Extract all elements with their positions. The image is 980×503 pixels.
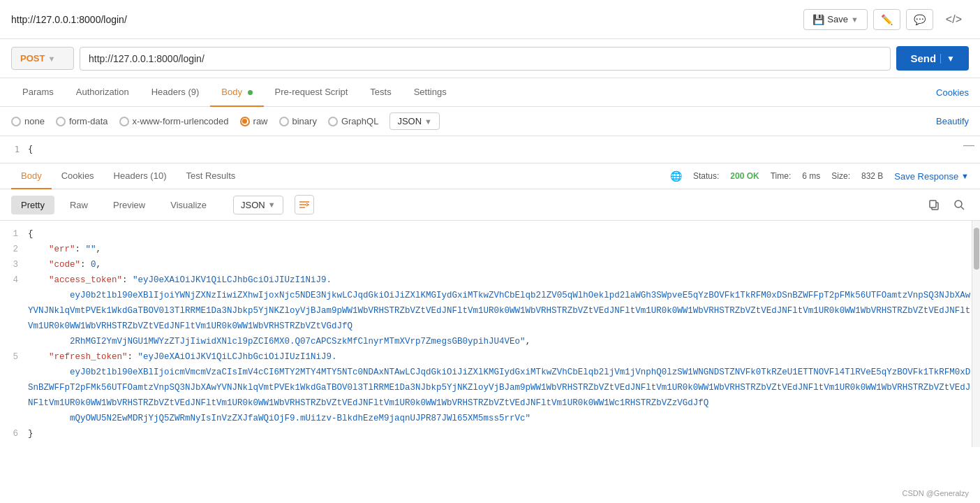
wrap-icon	[299, 200, 310, 210]
scrollbar-thumb[interactable]	[974, 228, 979, 270]
save-chevron-icon: ▼	[851, 15, 859, 24]
line-number-4: 4	[0, 272, 28, 288]
method-chevron-icon: ▼	[47, 54, 55, 63]
json-line-2: 2 "err": "",	[0, 242, 972, 257]
radio-binary	[279, 117, 289, 126]
tab-prerequest[interactable]: Pre-request Script	[264, 78, 359, 107]
line-number-5b	[0, 411, 28, 426]
fmt-preview[interactable]: Preview	[103, 196, 155, 214]
body-option-raw[interactable]: raw	[240, 116, 268, 126]
copy-button[interactable]	[924, 195, 944, 214]
response-json-dropdown[interactable]: JSON ▼	[233, 196, 283, 214]
json-line-1: 1 {	[0, 226, 972, 242]
tab-headers[interactable]: Headers (9)	[140, 78, 211, 107]
json-format-dropdown[interactable]: JSON ▼	[389, 112, 440, 130]
cookies-link[interactable]: Cookies	[936, 87, 969, 98]
json-line-4a: eyJ0b2tlbl90eXBlIjoiYWNjZXNzIiwiZXhwIjox…	[0, 288, 972, 334]
rtab-headers[interactable]: Headers (10)	[104, 163, 177, 189]
radio-formdata	[56, 117, 66, 126]
rtab-test-results[interactable]: Test Results	[176, 163, 245, 189]
time-value: 6 ms	[802, 171, 820, 181]
line-number-3: 3	[0, 257, 28, 272]
tab-tests[interactable]: Tests	[359, 78, 402, 107]
body-options: none form-data x-www-form-urlencoded raw…	[0, 107, 980, 136]
fmt-visualize[interactable]: Visualize	[161, 196, 216, 214]
body-option-binary[interactable]: binary	[279, 116, 317, 126]
tab-body[interactable]: Body	[210, 78, 263, 107]
search-button[interactable]	[949, 195, 969, 214]
beautify-button[interactable]: Beautify	[936, 116, 969, 126]
code-icon: </>	[946, 13, 962, 25]
response-tabs-row: Body Cookies Headers (10) Test Results 🌐…	[0, 163, 980, 189]
editor-line-number: 1	[0, 139, 28, 157]
radio-raw	[240, 117, 250, 126]
line-number-6: 6	[0, 426, 28, 442]
editor-collapse-icon[interactable]: —	[963, 139, 980, 152]
rtab-cookies[interactable]: Cookies	[52, 163, 104, 189]
body-option-graphql[interactable]: GraphQL	[328, 116, 378, 126]
line-number-5a	[0, 365, 28, 411]
response-format-bar: Pretty Raw Preview Visualize JSON ▼	[0, 189, 980, 221]
edit-icon: ✏️	[881, 14, 893, 25]
line-number-4b	[0, 334, 28, 349]
line-number-5: 5	[0, 349, 28, 365]
comment-icon-button[interactable]: 💬	[906, 9, 933, 30]
response-body-container: 1 { 2 "err": "", 3 "code": 0, 4 "access_…	[0, 221, 980, 447]
copy-icon	[928, 199, 940, 210]
tab-settings[interactable]: Settings	[403, 78, 458, 107]
status-label: Status:	[693, 171, 719, 181]
comment-icon: 💬	[914, 14, 926, 25]
request-body-editor[interactable]: 1 { —	[0, 136, 980, 163]
radio-graphql	[328, 117, 338, 126]
url-bar: POST ▼ Send ▼	[0, 39, 980, 78]
header-actions: 💾 Save ▼ ✏️ 💬 </>	[803, 9, 969, 30]
svg-point-5	[955, 201, 962, 207]
save-button[interactable]: 💾 Save ▼	[803, 9, 868, 30]
json-line-6: 6 }	[0, 426, 972, 442]
url-input[interactable]	[80, 47, 891, 71]
header-url: http://127.0.0.1:8000/login/	[11, 14, 127, 25]
edit-icon-button[interactable]: ✏️	[873, 9, 900, 30]
response-status-info: 🌐 Status: 200 OK Time: 6 ms Size: 832 B …	[670, 170, 969, 182]
time-label: Time:	[771, 171, 792, 181]
response-json-output: 1 { 2 "err": "", 3 "code": 0, 4 "access_…	[0, 221, 972, 447]
method-dropdown[interactable]: POST ▼	[11, 47, 74, 70]
json-line-4: 4 "access_token": "eyJ0eXAiOiJKV1QiLCJhb…	[0, 272, 972, 288]
body-option-formdata[interactable]: form-data	[56, 116, 108, 126]
save-response-chevron-icon: ▼	[961, 172, 969, 180]
wrap-lines-button[interactable]	[295, 195, 314, 214]
body-option-urlencoded[interactable]: x-www-form-urlencoded	[119, 116, 229, 126]
radio-none	[11, 117, 21, 126]
fmt-raw[interactable]: Raw	[60, 196, 98, 214]
json-line-4b: 2RhMGI2YmVjNGU1MWYzZTJjIiwidXNlcl9pZCI6M…	[0, 334, 972, 349]
size-value: 832 B	[861, 171, 883, 181]
rjson-chevron-icon: ▼	[268, 201, 276, 209]
response-section: Body Cookies Headers (10) Test Results 🌐…	[0, 163, 980, 189]
editor-content[interactable]: {	[28, 139, 963, 160]
send-chevron-icon: ▼	[940, 54, 955, 64]
line-number-1: 1	[0, 226, 28, 242]
globe-icon[interactable]: 🌐	[670, 170, 682, 182]
request-tabs: Params Authorization Headers (9) Body Pr…	[0, 78, 980, 107]
tab-authorization[interactable]: Authorization	[65, 78, 140, 107]
save-icon: 💾	[812, 14, 824, 25]
vertical-scrollbar[interactable]	[972, 221, 980, 447]
svg-rect-4	[930, 201, 936, 207]
json-chevron-icon: ▼	[424, 117, 432, 126]
fmt-pretty[interactable]: Pretty	[11, 196, 54, 214]
tab-params[interactable]: Params	[11, 78, 65, 107]
header-bar: http://127.0.0.1:8000/login/ 💾 Save ▼ ✏️…	[0, 0, 980, 39]
code-view-button[interactable]: </>	[939, 9, 969, 30]
json-line-5b: mQyOWU5N2EwMDRjYjQ5ZWRmNyIsInVzZXJfaWQiO…	[0, 411, 972, 426]
body-option-none[interactable]: none	[11, 116, 45, 126]
rtab-body[interactable]: Body	[11, 163, 52, 189]
status-code: 200 OK	[730, 171, 759, 181]
json-line-3: 3 "code": 0,	[0, 257, 972, 272]
json-line-5: 5 "refresh_token": "eyJ0eXAiOiJKV1QiLCJh…	[0, 349, 972, 365]
radio-urlencoded	[119, 117, 129, 126]
body-active-dot	[248, 90, 253, 95]
line-number-4a	[0, 288, 28, 334]
save-response-button[interactable]: Save Response ▼	[894, 171, 969, 182]
send-button[interactable]: Send ▼	[896, 46, 969, 71]
search-icon	[954, 200, 965, 210]
